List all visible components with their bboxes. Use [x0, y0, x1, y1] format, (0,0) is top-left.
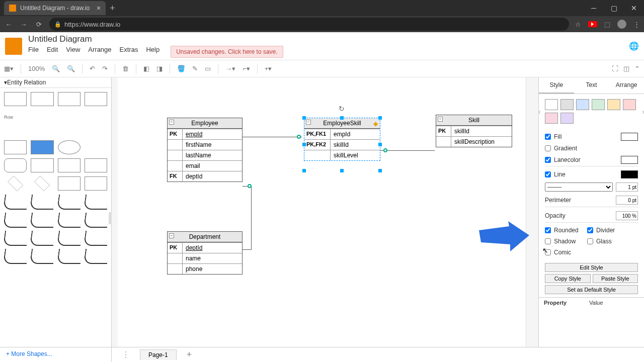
- line-style-select[interactable]: ────: [545, 183, 613, 192]
- linecolor-icon[interactable]: ✎: [192, 65, 198, 72]
- tab-style[interactable]: Style: [539, 77, 574, 94]
- close-tab-icon[interactable]: ×: [97, 4, 101, 12]
- document-title[interactable]: Untitled Diagram: [28, 34, 283, 44]
- new-tab-button[interactable]: +: [110, 3, 115, 14]
- extension-icon[interactable]: ⬚: [604, 21, 610, 28]
- shape-connector[interactable]: [58, 213, 80, 227]
- perimeter-input[interactable]: [616, 196, 638, 205]
- zoom-out-icon[interactable]: 🔍: [67, 65, 75, 72]
- minimize-icon[interactable]: ─: [584, 0, 604, 16]
- shape-connector[interactable]: [4, 231, 27, 245]
- page-tab[interactable]: Page-1: [140, 349, 177, 360]
- address-bar[interactable]: 🔒 https://www.draw.io: [49, 18, 569, 31]
- shape-connector[interactable]: [58, 249, 80, 263]
- tab-arrange[interactable]: Arrange: [609, 77, 644, 94]
- shape-entity[interactable]: [31, 158, 53, 172]
- shape-connector[interactable]: [31, 195, 53, 209]
- menu-edit[interactable]: Edit: [47, 46, 58, 58]
- canvas[interactable]: −Employee PKempIdfirstNamelastNameemailF…: [112, 77, 538, 347]
- tab-text[interactable]: Text: [574, 77, 609, 94]
- shadow-icon[interactable]: ▭: [205, 65, 211, 72]
- shape-connector[interactable]: [58, 231, 80, 245]
- edit-style-button[interactable]: Edit Style: [545, 263, 638, 272]
- line-checkbox[interactable]: [545, 171, 551, 177]
- entity-skill[interactable]: −Skill PKskillIdskillDescription: [436, 115, 512, 147]
- shape-entity[interactable]: [58, 176, 80, 191]
- menu-file[interactable]: File: [28, 46, 39, 58]
- shape-entity[interactable]: [58, 158, 80, 172]
- language-icon[interactable]: 🌐: [629, 41, 639, 51]
- line-width-input[interactable]: [616, 183, 638, 192]
- shape-row[interactable]: [4, 128, 27, 136]
- lanecolor-checkbox[interactable]: [545, 157, 551, 163]
- menu-help[interactable]: Help: [146, 46, 159, 58]
- toback-icon[interactable]: ◨: [156, 65, 163, 72]
- menu-view[interactable]: View: [66, 46, 80, 58]
- youtube-icon[interactable]: [588, 21, 597, 27]
- shape-connector[interactable]: [85, 231, 107, 245]
- zoom-in-icon[interactable]: 🔍: [52, 65, 60, 72]
- shape-connector[interactable]: [58, 195, 80, 209]
- menu-extras[interactable]: Extras: [120, 46, 138, 58]
- shape-cloud[interactable]: [4, 158, 27, 172]
- shape-entity[interactable]: [31, 140, 53, 154]
- menu-arrange[interactable]: Arrange: [88, 46, 111, 58]
- shape-row[interactable]: [58, 128, 80, 136]
- paste-style-button[interactable]: Paste Style: [593, 274, 638, 283]
- page-menu-icon[interactable]: ⋮: [122, 350, 130, 359]
- sidebar-resize-handle[interactable]: [109, 212, 112, 224]
- delete-icon[interactable]: 🗑: [122, 65, 129, 72]
- shape-connector[interactable]: [4, 249, 27, 263]
- swatch[interactable]: [560, 99, 574, 110]
- chevron-right-icon[interactable]: ›: [642, 108, 644, 116]
- shape-row[interactable]: [85, 110, 107, 118]
- shape-entity[interactable]: [85, 158, 107, 172]
- reload-icon[interactable]: ⟳: [34, 21, 43, 28]
- shape-connector[interactable]: [85, 249, 107, 263]
- swatch[interactable]: [607, 99, 620, 110]
- tofront-icon[interactable]: ◧: [143, 65, 149, 72]
- collapse-icon[interactable]: −: [438, 117, 443, 122]
- collapse-icon[interactable]: −: [169, 233, 174, 238]
- insert-icon[interactable]: +▾: [265, 65, 272, 72]
- swatch[interactable]: [623, 99, 636, 110]
- shape-relationship[interactable]: [34, 175, 50, 191]
- swatch[interactable]: [576, 99, 589, 110]
- shape-row[interactable]: [85, 128, 107, 136]
- profile-avatar[interactable]: [617, 20, 626, 29]
- default-style-button[interactable]: Set as Default Style: [545, 285, 638, 294]
- maximize-icon[interactable]: ▢: [604, 0, 624, 16]
- shapes-section-header[interactable]: ▾ Entity Relation: [0, 77, 111, 88]
- shadow-checkbox[interactable]: [545, 238, 551, 244]
- collapse-icon[interactable]: ⌃: [634, 65, 640, 72]
- shape-table[interactable]: [85, 92, 107, 106]
- entity-employee[interactable]: −Employee PKempIdfirstNamelastNameemailF…: [167, 118, 243, 182]
- swatch[interactable]: [545, 99, 558, 110]
- shape-connector[interactable]: [4, 195, 27, 209]
- shape-connector[interactable]: [31, 213, 53, 227]
- rotate-handle-icon[interactable]: ↻: [339, 105, 345, 113]
- opacity-input[interactable]: [616, 211, 638, 220]
- shape-connector[interactable]: [85, 213, 107, 227]
- redo-icon[interactable]: ↷: [102, 65, 108, 72]
- browser-tab[interactable]: Untitled Diagram - draw.io ×: [4, 1, 106, 15]
- comic-checkbox[interactable]: [545, 249, 551, 255]
- fill-checkbox[interactable]: [545, 134, 551, 140]
- add-page-button[interactable]: +: [187, 349, 192, 360]
- format-icon[interactable]: ◫: [623, 65, 629, 72]
- collapse-icon[interactable]: −: [306, 120, 311, 125]
- shape-table[interactable]: [58, 92, 80, 106]
- shape-row[interactable]: Row: [4, 110, 27, 124]
- swatch[interactable]: [592, 99, 605, 110]
- shape-connector[interactable]: [4, 213, 27, 227]
- connection-icon[interactable]: →▾: [225, 65, 235, 72]
- unsaved-warning[interactable]: Unsaved changes. Click here to save.: [171, 46, 283, 58]
- lanecolor-color[interactable]: [621, 156, 638, 164]
- swatch[interactable]: [560, 113, 574, 124]
- shape-note[interactable]: [85, 176, 107, 191]
- waypoint-icon[interactable]: ⌐▾: [243, 65, 250, 72]
- divider-checkbox[interactable]: [587, 227, 593, 233]
- view-dropdown-icon[interactable]: ▦▾: [4, 65, 14, 72]
- more-shapes-link[interactable]: + More Shapes...: [0, 347, 111, 360]
- back-icon[interactable]: ←: [4, 21, 13, 28]
